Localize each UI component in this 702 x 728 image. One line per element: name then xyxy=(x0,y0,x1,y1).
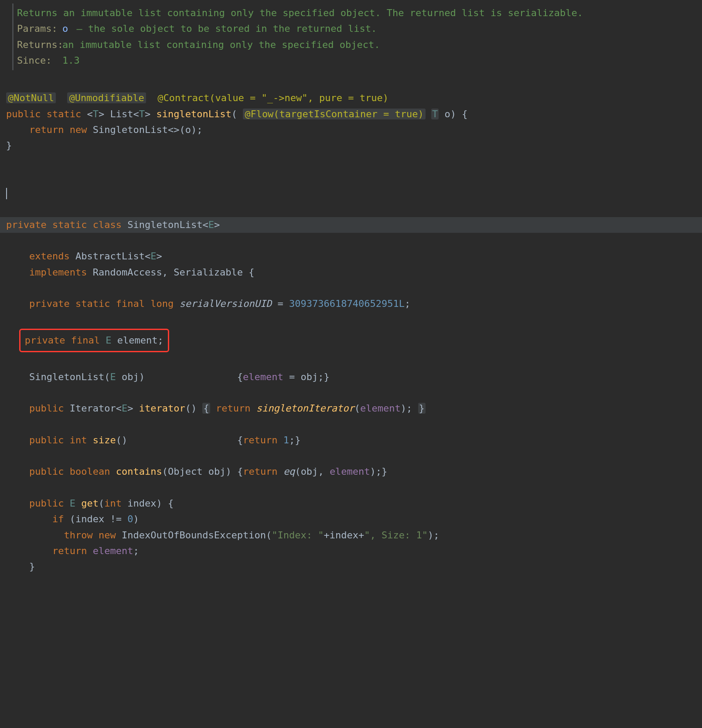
javadoc-returns-row: Returns: an immutable list containing on… xyxy=(17,37,702,53)
kw-new2: new xyxy=(99,530,116,541)
ctor-param-obj: obj xyxy=(122,371,139,382)
javadoc-since-label: Since: xyxy=(17,53,58,68)
kw-return: return xyxy=(29,124,64,135)
kw-if: if xyxy=(52,514,64,524)
type-arg-E2: E xyxy=(122,403,127,414)
javadoc-description: Returns an immutable list containing onl… xyxy=(17,5,702,21)
type-serializable: Serializable xyxy=(174,267,243,278)
return-element-line: return element; xyxy=(6,545,139,556)
ctor-element: element xyxy=(243,371,283,382)
arg-o: o xyxy=(185,124,191,135)
extends-line: extends AbstractList<E> xyxy=(6,251,162,262)
kw-static3: static xyxy=(75,298,110,309)
arg-element: element xyxy=(360,403,401,414)
implements-line: implements RandomAccess, Serializable { xyxy=(6,267,255,278)
kw-return5: return xyxy=(52,545,87,556)
field-type-E: E xyxy=(106,335,111,346)
kw-public: public xyxy=(6,109,41,119)
close-brace: } xyxy=(6,140,12,151)
param-index: index xyxy=(127,498,156,509)
kw-return4: return xyxy=(243,466,277,477)
return-line: return new SingletonList<>(o); xyxy=(6,124,202,135)
highlight-box: private final E element; xyxy=(19,329,169,352)
javadoc-params-row: Params: o – the sole object to be stored… xyxy=(17,21,702,37)
javadoc-block: Returns an immutable list containing onl… xyxy=(12,3,702,70)
arg-element2: element xyxy=(330,466,370,477)
method-iterator: iterator xyxy=(139,403,185,414)
annotation-notnull: @NotNull xyxy=(6,92,56,103)
type-list: List xyxy=(110,109,133,119)
arg-obj: obj xyxy=(301,466,318,477)
field-element: element xyxy=(117,335,158,346)
contains-line: public boolean contains(Object obj) {ret… xyxy=(6,466,387,477)
call-singletonIterator: singletonIterator xyxy=(256,403,354,414)
kw-static: static xyxy=(47,109,81,119)
call-eq: eq xyxy=(283,466,295,477)
kw-extends: extends xyxy=(29,251,70,262)
caret-icon xyxy=(6,188,7,199)
kw-public3: public xyxy=(29,435,64,446)
iterator-line: public Iterator<E> iterator() { return s… xyxy=(6,403,426,414)
serialversion-line: private static final long serialVersionU… xyxy=(6,298,410,309)
kw-new: new xyxy=(70,124,87,135)
method-get: get xyxy=(81,498,99,509)
method-signature-line: public static <T> List<T> singletonList(… xyxy=(6,109,468,119)
kw-long: long xyxy=(150,298,174,309)
kw-int: int xyxy=(70,435,87,446)
get-sig-line: public E get(int index) { xyxy=(6,498,174,509)
str-size: ", Size: 1" xyxy=(364,530,428,541)
throw-line: throw new IndexOutOfBoundsException("Ind… xyxy=(6,530,439,541)
type-param-E: E xyxy=(208,219,214,230)
class-name: SingletonList xyxy=(127,219,202,230)
javadoc-param-desc: – the sole object to be stored in the re… xyxy=(71,23,377,34)
kw-return3: return xyxy=(243,435,277,446)
type-arg-E: E xyxy=(150,251,156,262)
kw-throw: throw xyxy=(64,530,92,541)
kw-class: class xyxy=(93,219,122,230)
kw-private2: private xyxy=(29,298,70,309)
javadoc-returns-value: an immutable list containing only the sp… xyxy=(62,37,380,53)
type-ioobe: IndexOutOfBoundsException xyxy=(122,530,266,541)
annotation-contract: @Contract(value = "_->new", pure = true) xyxy=(157,92,388,103)
param-type-T: T xyxy=(431,109,439,119)
kw-boolean: boolean xyxy=(70,466,110,477)
kw-public4: public xyxy=(29,466,64,477)
kw-return2: return xyxy=(216,403,250,414)
constructor-line: SingletonList(E obj) {element = obj;} xyxy=(6,371,330,382)
type-abstractlist: AbstractList xyxy=(75,251,145,262)
num-1: 1 xyxy=(283,435,289,446)
kw-public5: public xyxy=(29,498,64,509)
kw-public2: public xyxy=(29,403,64,414)
javadoc-returns-label: Returns: xyxy=(17,37,58,53)
field-serialversionuid: serialVersionUID xyxy=(179,298,272,309)
javadoc-params-value: o – the sole object to be stored in the … xyxy=(62,21,377,37)
var-index: index xyxy=(75,514,104,524)
type-param-T: T xyxy=(93,109,99,119)
annotation-line: @NotNull @Unmodifiable @Contract(value =… xyxy=(6,92,388,103)
ctor-obj: obj xyxy=(301,371,318,382)
size-line: public int size() {return 1;} xyxy=(6,435,301,446)
type-iterator: Iterator xyxy=(70,403,116,414)
close-get-line: } xyxy=(6,561,35,572)
num-serial: 3093736618740652951L xyxy=(289,298,405,309)
num-0: 0 xyxy=(127,514,133,524)
javadoc-param-name: o xyxy=(62,23,68,34)
kw-int2: int xyxy=(104,498,122,509)
kw-final: final xyxy=(116,298,145,309)
type-singletonlist: SingletonList xyxy=(93,124,168,135)
annotation-unmodifiable: @Unmodifiable xyxy=(67,92,146,103)
code-editor[interactable]: @NotNull @Unmodifiable @Contract(value =… xyxy=(0,75,702,575)
ret-element: element xyxy=(93,545,133,556)
method-contains: contains xyxy=(116,466,162,477)
kw-private: private xyxy=(6,219,47,230)
if-line: if (index != 0) xyxy=(6,514,139,524)
kw-final2: final xyxy=(71,335,100,346)
javadoc-since-row: Since: 1.3 xyxy=(17,53,702,68)
caret-line[interactable] xyxy=(6,187,7,198)
class-decl-line: private static class SingletonList<E> xyxy=(0,217,702,233)
var-index2: index xyxy=(330,530,358,541)
kw-static2: static xyxy=(52,219,87,230)
ret-type-E: E xyxy=(70,498,75,509)
element-field-line: private final E element; xyxy=(6,335,169,346)
method-size: size xyxy=(93,435,116,446)
